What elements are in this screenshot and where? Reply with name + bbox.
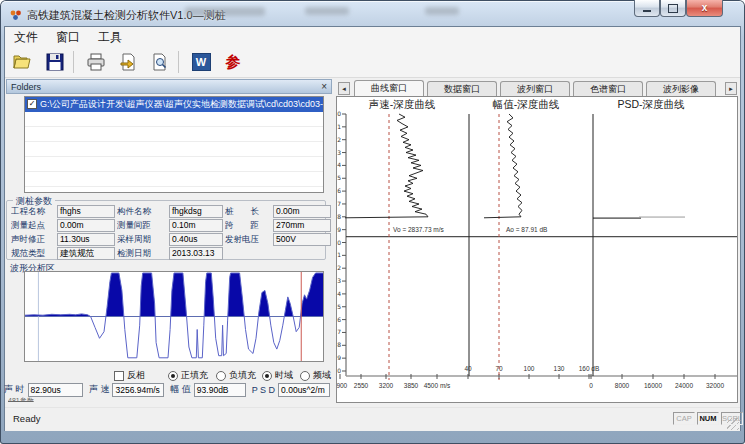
invert-checkbox[interactable]: 反相 — [114, 369, 145, 382]
param-label-0: 工程名称 — [11, 206, 55, 218]
svg-text:Vo = 2837.73 m/s: Vo = 2837.73 m/s — [393, 226, 445, 233]
value-label-1: 声 速 — [89, 383, 110, 396]
menu-item-2[interactable]: 工具 — [89, 27, 131, 48]
folders-list[interactable]: ✓G:\公司产品设计开发\超声仪器\超声仪实地检测数据调试\cd\cd03\cd… — [24, 96, 324, 193]
value-field-2[interactable]: 93.90dB — [194, 383, 246, 397]
tab-data-window[interactable]: 数据窗口 — [427, 81, 497, 96]
blurred-artifact — [185, 7, 265, 16]
indicator-cap: CAP — [673, 412, 695, 425]
param-field-4[interactable]: 0.10m — [169, 219, 223, 232]
folders-close-icon[interactable]: × — [321, 82, 327, 92]
maximize-icon — [668, 4, 678, 13]
param-field-0[interactable]: fhghs — [57, 205, 115, 218]
svg-text:幅值-深度曲线: 幅值-深度曲线 — [493, 98, 560, 110]
print-button[interactable] — [82, 49, 110, 75]
svg-text:17: 17 — [337, 328, 341, 335]
value-field-1[interactable]: 3256.94m/s — [112, 383, 164, 397]
svg-text:14: 14 — [337, 290, 341, 297]
charts-area: 01234567891011121314151617181920声速-深度曲线1… — [336, 96, 738, 403]
svg-text:15: 15 — [337, 303, 341, 310]
svg-text:0: 0 — [337, 110, 341, 117]
word-report-button[interactable]: W — [187, 49, 215, 75]
svg-text:2: 2 — [337, 136, 341, 143]
empty-list-row — [25, 142, 323, 157]
svg-text:160 dB: 160 dB — [579, 365, 600, 372]
indicator-num: NUM — [697, 412, 719, 425]
chart-tab-bar: ◄曲线窗口数据窗口波列窗口色谱窗口波列影像► — [336, 80, 740, 97]
tab-scroll-right[interactable]: ► — [725, 82, 737, 95]
param-field-10[interactable]: 2013.03.13 — [169, 247, 223, 260]
radio-3[interactable]: 时域 — [262, 369, 293, 382]
empty-list-row — [25, 172, 323, 187]
param-field-5[interactable]: 270mm — [273, 219, 331, 232]
pile-params-grid: 工程名称fhghs构件名称fhgkdsg桩 长0.00m测量起点0.00m测量间… — [11, 205, 331, 260]
tab-scroll-left[interactable]: ◄ — [338, 82, 350, 95]
param-field-8[interactable]: 500V — [273, 233, 331, 246]
maximize-button[interactable] — [660, 0, 686, 17]
radio-2[interactable]: 负填充 — [216, 369, 256, 382]
svg-text:3850: 3850 — [404, 382, 419, 389]
pile-params-group: 测桩参数 工程名称fhghs构件名称fhgkdsg桩 长0.00m测量起点0.0… — [6, 200, 326, 260]
value-field-3[interactable]: 0.00us^2/m — [278, 383, 330, 397]
export-button[interactable] — [114, 49, 142, 75]
svg-text:声速-深度曲线: 声速-深度曲线 — [369, 98, 436, 110]
svg-text:4: 4 — [337, 161, 341, 168]
svg-text:5: 5 — [337, 174, 341, 181]
svg-text:8000: 8000 — [615, 382, 630, 389]
blurred-artifact — [425, 7, 459, 15]
waveform-svg — [25, 272, 323, 361]
open-button[interactable] — [9, 49, 37, 75]
minimize-button[interactable] — [634, 0, 660, 17]
param-field-2[interactable]: 0.00m — [273, 205, 331, 218]
close-button[interactable]: x — [686, 0, 723, 17]
title-bar[interactable]: 高铁建筑混凝土检测分析软件V1.0—测桩 — [5, 2, 740, 27]
preview-button[interactable] — [146, 49, 174, 75]
waveform-options-row: 反相正填充负填充时域频域 — [6, 369, 328, 381]
radio-glyph — [168, 371, 178, 381]
toolbar-separator — [178, 51, 179, 73]
param-label-2: 桩 长 — [225, 206, 271, 218]
svg-text:32000: 32000 — [706, 382, 724, 389]
param-field-1[interactable]: fhgkdsg — [169, 205, 223, 218]
empty-list-row — [25, 112, 323, 127]
svg-text:3: 3 — [337, 149, 341, 156]
status-text: Ready — [13, 413, 40, 424]
radio-4[interactable]: 频域 — [300, 369, 331, 382]
param-field-6[interactable]: 11.30us — [57, 233, 115, 246]
svg-text:4500 m/s: 4500 m/s — [424, 382, 451, 389]
param-label-1: 构件名称 — [117, 206, 167, 218]
radio-1[interactable]: 正填充 — [168, 369, 208, 382]
param-field-7[interactable]: 0.40us — [169, 233, 223, 246]
checkbox-glyph — [114, 371, 124, 381]
tab-curve-window[interactable]: 曲线窗口 — [354, 80, 424, 96]
tab-colormap-window[interactable]: 色谱窗口 — [573, 81, 643, 96]
blurred-artifact — [305, 7, 349, 15]
value-label-3: P S D — [252, 385, 275, 395]
tab-wavelist-window[interactable]: 波列窗口 — [500, 81, 570, 96]
param-field-9[interactable]: 建筑规范 — [57, 247, 115, 260]
menu-item-0[interactable]: 文件 — [5, 27, 47, 48]
tab-waveimage[interactable]: 波列影像 — [646, 81, 716, 96]
toggle-label: 正填充 — [181, 369, 208, 382]
item-checkbox[interactable]: ✓ — [27, 99, 37, 109]
parameters-button[interactable]: 参 — [219, 49, 247, 75]
folders-panel-header[interactable]: Folders × — [6, 79, 332, 94]
menu-item-1[interactable]: 窗口 — [47, 27, 89, 48]
empty-list-row — [25, 157, 323, 172]
empty-list-row — [25, 127, 323, 142]
param-label-10: 检测日期 — [117, 248, 167, 260]
param-label-9: 规范类型 — [11, 248, 55, 260]
param-label-6: 声时修正 — [11, 234, 55, 246]
printer-icon — [86, 53, 106, 71]
param-field-3[interactable]: 0.00m — [57, 219, 115, 232]
folder-list-item[interactable]: ✓G:\公司产品设计开发\超声仪器\超声仪实地检测数据调试\cd\cd03\cd… — [25, 97, 323, 112]
param-label-5: 跨 距 — [225, 220, 271, 232]
app-icon — [10, 9, 23, 21]
status-bar: Ready CAPNUMSCRL — [5, 407, 740, 431]
save-button[interactable] — [41, 49, 69, 75]
toggle-label: 时域 — [275, 369, 293, 382]
measurement-values-row: 声 时82.90us声 速3256.94m/s幅 值93.90dBP S D0.… — [4, 382, 330, 397]
waveform-canvas[interactable] — [24, 271, 324, 362]
svg-text:1: 1 — [337, 123, 341, 130]
value-field-0[interactable]: 82.90us — [28, 383, 83, 397]
